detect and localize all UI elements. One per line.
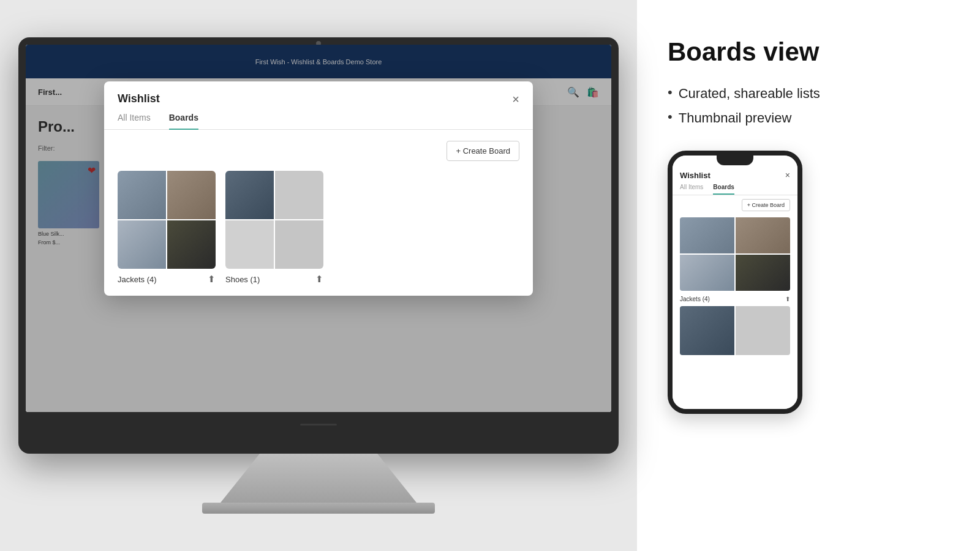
monitor-section: First Wish - Wishlist & Boards Demo Stor… xyxy=(0,0,637,551)
info-title: Boards view xyxy=(668,37,949,67)
phone-notch xyxy=(717,156,753,165)
modal-tabs: All Items Boards xyxy=(104,105,533,130)
board-name-jackets: Jackets (4) xyxy=(118,275,157,284)
share-icon[interactable]: ⬆ xyxy=(208,274,216,285)
board-thumbnails-jackets xyxy=(118,171,216,269)
info-bullets: Curated, shareable lists Thumbnail previ… xyxy=(668,86,949,126)
phone-board-footer-jackets: Jackets (4) ⬆ xyxy=(673,293,797,306)
board-name-shoes: Shoes (1) xyxy=(225,275,260,284)
wishlist-modal: Wishlist × All Items Boards xyxy=(104,81,533,296)
phone-close-icon[interactable]: × xyxy=(785,170,790,180)
phone-screen: Wishlist × All Items Boards + Create Boa… xyxy=(673,156,797,409)
phone-tab-boards[interactable]: Boards xyxy=(713,184,734,195)
board-thumbnails-shoes xyxy=(225,171,323,269)
monitor-base xyxy=(202,503,435,514)
board-thumb xyxy=(225,171,274,219)
board-footer: Shoes (1) ⬆ xyxy=(225,274,323,285)
phone-tabs: All Items Boards xyxy=(673,180,797,195)
monitor-stand xyxy=(221,454,417,503)
phone-board-thumb xyxy=(680,217,734,253)
phone-board-thumb xyxy=(680,306,734,355)
modal-body: + Create Board xyxy=(104,130,533,296)
phone-toolbar: + Create Board xyxy=(673,195,797,215)
phone-board-thumb xyxy=(680,255,734,291)
modal-close-button[interactable]: × xyxy=(512,93,519,105)
board-thumb xyxy=(275,220,323,269)
phone-board-thumb xyxy=(736,217,790,253)
info-panel: Boards view Curated, shareable lists Thu… xyxy=(637,0,980,551)
bullet-item-1: Curated, shareable lists xyxy=(668,86,949,102)
tab-all-items[interactable]: All Items xyxy=(118,113,151,130)
phone-tab-all-items[interactable]: All Items xyxy=(680,184,703,195)
monitor-bezel-bottom xyxy=(26,412,611,437)
board-footer: Jackets (4) ⬆ xyxy=(118,274,216,285)
phone-modal-title: Wishlist xyxy=(680,171,710,180)
phone-mockup: Wishlist × All Items Boards + Create Boa… xyxy=(668,151,802,414)
modal-overlay: Wishlist × All Items Boards xyxy=(26,45,611,412)
phone-board-thumb xyxy=(736,255,790,291)
share-icon[interactable]: ⬆ xyxy=(315,274,323,285)
board-thumb xyxy=(275,171,323,219)
board-thumb xyxy=(118,220,166,269)
board-card-jackets[interactable]: Jackets (4) ⬆ xyxy=(118,171,216,285)
monitor-chin-line xyxy=(300,424,337,425)
board-thumb xyxy=(167,171,216,219)
board-thumb xyxy=(225,220,274,269)
board-thumb xyxy=(118,171,166,219)
phone-board-name-jackets: Jackets (4) xyxy=(680,296,710,302)
boards-grid: Jackets (4) ⬆ xyxy=(118,171,519,285)
monitor-screen: First Wish - Wishlist & Boards Demo Stor… xyxy=(26,45,611,412)
phone-board-thumbnails-jackets xyxy=(680,217,790,291)
phone-board-thumbnails-shoes xyxy=(680,306,790,355)
phone-board-thumb xyxy=(736,306,790,355)
bullet-item-2: Thumbnail preview xyxy=(668,110,949,126)
phone-create-board-button[interactable]: + Create Board xyxy=(742,199,790,211)
monitor: First Wish - Wishlist & Boards Demo Stor… xyxy=(18,37,619,454)
phone-share-icon[interactable]: ⬆ xyxy=(785,296,790,302)
tab-boards[interactable]: Boards xyxy=(169,113,198,130)
modal-title: Wishlist xyxy=(118,92,160,105)
board-card-shoes[interactable]: Shoes (1) ⬆ xyxy=(225,171,323,285)
modal-header: Wishlist × xyxy=(104,81,533,105)
board-thumb xyxy=(167,220,216,269)
create-board-button[interactable]: + Create Board xyxy=(447,141,519,161)
modal-toolbar: + Create Board xyxy=(118,141,519,161)
